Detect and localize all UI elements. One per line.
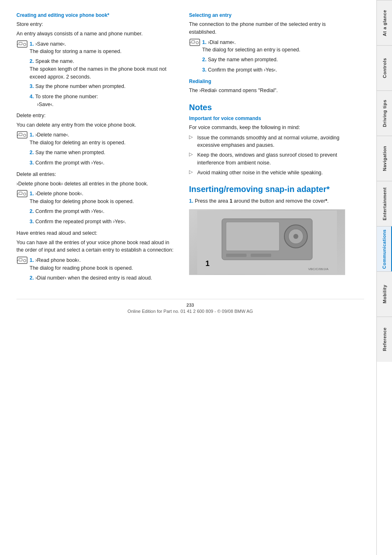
- store-entry-label: Store entry:: [16, 21, 177, 28]
- delete-all-step-1: 1. ›Delete phone book‹. The dialog for d…: [16, 190, 177, 206]
- read-step-2-content: 2. ›Dial number‹ when the desired entry …: [30, 274, 152, 282]
- sidebar-tab-mobility[interactable]: Mobility: [377, 271, 392, 317]
- delete-step-2: 2. Say the name when prompted.: [16, 149, 177, 157]
- svg-rect-9: [19, 192, 22, 194]
- delete-all-step-3-content: 3. Confirm the repeated prompt with ›Yes…: [30, 218, 126, 226]
- snap-in-image-content: 1 VBC/C/06/J/A: [189, 210, 345, 275]
- sidebar-tab-entertainment[interactable]: Entertainment: [377, 181, 392, 226]
- selecting-desc: The connection to the phone number of th…: [189, 21, 349, 36]
- delete-step-2-content: 2. Say the name when prompted.: [30, 149, 105, 157]
- store-step-1: 1. ›Save name‹. The dialog for storing a…: [16, 40, 177, 56]
- store-step-2: 2. Speak the name. The spoken length of …: [16, 58, 177, 81]
- page-number: 233: [16, 303, 364, 308]
- store-step-4-content: 4. To store the phone number: ›Save‹.: [30, 93, 98, 109]
- notes-title: Notes: [189, 103, 349, 112]
- delete-all-step-1-content: 1. ›Delete phone book‹. The dialog for d…: [30, 190, 134, 206]
- read-steps-list: 1. ›Read phone book‹. The dialog for rea…: [16, 257, 177, 282]
- spacer-s-3: [189, 66, 201, 74]
- snap-in-step-1: 1. Press the area 1 around the button an…: [189, 197, 349, 205]
- spacer-da-3: [16, 218, 28, 226]
- read-aloud-label: Have entries read aloud and select:: [16, 229, 177, 237]
- page-footer: 233 Online Edition for Part no. 01 41 2 …: [16, 299, 364, 314]
- idrive-icon-1: [16, 40, 28, 49]
- bullet-text-2: Keep the doors, windows and glass sunroo…: [197, 151, 349, 167]
- section-redialing: Redialing The ›Redial‹ command opens "Re…: [189, 79, 349, 95]
- delete-entry-label: Delete entry:: [16, 112, 177, 120]
- store-step-4: 4. To store the phone number: ›Save‹.: [16, 93, 177, 109]
- section-creating: Creating and editing voice phone book* S…: [16, 12, 177, 282]
- idrive-svg-del-1: [17, 131, 28, 139]
- select-step-3-content: 3. Confirm the prompt with ›Yes‹.: [202, 66, 277, 74]
- sidebar-tab-reference[interactable]: Reference: [377, 317, 392, 362]
- sidebar-tab-at-a-glance[interactable]: At a glance: [377, 0, 392, 45]
- delete-all-step-3: 3. Confirm the repeated prompt with ›Yes…: [16, 218, 177, 226]
- voice-commands-title: Important for voice commands: [189, 116, 349, 121]
- svg-point-18: [196, 42, 198, 44]
- sidebar-tab-driving-tips[interactable]: Driving tips: [377, 90, 392, 136]
- bullet-item-3: ▷ Avoid making other noise in the vehicl…: [189, 169, 349, 177]
- bullet-arrow-1: ▷: [189, 134, 196, 140]
- idrive-svg-r-1: [17, 257, 28, 265]
- sidebar-tab-controls[interactable]: Controls: [377, 45, 392, 90]
- snap-in-device-svg: 1 VBC/C/06/J/A: [197, 210, 337, 274]
- delete-step-3-content: 3. Confirm the prompt with ›Yes‹.: [30, 159, 104, 167]
- read-aloud-desc: You can have all the entries of your voi…: [16, 239, 177, 254]
- sidebar-tab-communications[interactable]: Communications: [377, 226, 392, 271]
- delete-step-1: 1. ›Delete name‹. The dialog for deletin…: [16, 131, 177, 147]
- delete-all-label: Delete all entries:: [16, 171, 177, 178]
- store-steps-list: 1. ›Save name‹. The dialog for storing a…: [16, 40, 177, 109]
- bullet-item-2: ▷ Keep the doors, windows and glass sunr…: [189, 151, 349, 167]
- two-columns: Creating and editing voice phone book* S…: [16, 12, 364, 287]
- idrive-svg-da-1: [17, 190, 28, 198]
- sidebar: At a glance Controls Driving tips Naviga…: [376, 0, 392, 555]
- creating-title: Creating and editing voice phone book*: [16, 12, 177, 18]
- main-content: Creating and editing voice phone book* S…: [0, 0, 376, 555]
- spacer-r-2: [16, 274, 28, 282]
- svg-text:VBC/C/06/J/A: VBC/C/06/J/A: [308, 267, 329, 271]
- bullet-item-1: ▷ Issue the commands smoothly and at nor…: [189, 134, 349, 150]
- spacer-s-2: [189, 56, 201, 64]
- svg-rect-27: [251, 254, 271, 257]
- store-step-2-content: 2. Speak the name. The spoken length of …: [30, 58, 177, 81]
- section-notes: Notes Important for voice commands For v…: [189, 103, 349, 177]
- idrive-icon-da-1: [16, 190, 28, 198]
- left-column: Creating and editing voice phone book* S…: [16, 12, 177, 287]
- spacer-4: [16, 93, 28, 101]
- section-selecting: Selecting an entry The connection to the…: [189, 12, 349, 74]
- selecting-title: Selecting an entry: [189, 12, 349, 18]
- svg-point-6: [23, 134, 26, 136]
- store-step-3-content: 3. Say the phone number when prompted.: [30, 83, 126, 90]
- spacer-2: [16, 58, 28, 66]
- select-step-3: 3. Confirm the prompt with ›Yes‹.: [189, 66, 349, 74]
- delete-step-1-content: 1. ›Delete name‹. The dialog for deletin…: [30, 131, 126, 147]
- svg-rect-13: [19, 259, 22, 261]
- idrive-svg-s-1: [189, 39, 200, 47]
- svg-rect-26: [226, 254, 247, 257]
- select-step-2: 2. Say the name when prompted.: [189, 56, 349, 64]
- svg-rect-17: [191, 41, 195, 43]
- svg-text:1: 1: [205, 259, 210, 268]
- spacer-da-2: [16, 208, 28, 216]
- store-step-1-content: 1. ›Save name‹. The dialog for storing a…: [30, 40, 122, 56]
- read-step-1: 1. ›Read phone book‹. The dialog for rea…: [16, 257, 177, 272]
- svg-rect-22: [226, 222, 279, 251]
- delete-step-3: 3. Confirm the prompt with ›Yes‹.: [16, 159, 177, 167]
- svg-point-25: [293, 234, 298, 239]
- delete-all-step-2: 2. Confirm the prompt with ›Yes‹.: [16, 208, 177, 216]
- voice-commands-intro: For voice commands, keep the following i…: [189, 124, 349, 132]
- redialing-title: Redialing: [189, 79, 349, 84]
- redialing-desc: The ›Redial‹ command opens "Redial".: [189, 87, 349, 95]
- idrive-icon-del-1: [16, 131, 28, 139]
- select-step-2-content: 2. Say the name when prompted.: [202, 56, 278, 64]
- section-snap-in: Inserting/removing snap-in adapter* 1. P…: [189, 185, 349, 275]
- right-column: Selecting an entry The connection to the…: [189, 12, 349, 287]
- svg-point-2: [23, 43, 26, 46]
- svg-point-10: [23, 193, 26, 195]
- svg-rect-5: [19, 133, 22, 136]
- voice-commands-list: ▷ Issue the commands smoothly and at nor…: [189, 134, 349, 177]
- select-step-1: 1. ›Dial name‹. The dialog for selecting…: [189, 39, 349, 54]
- delete-all-steps-list: 1. ›Delete phone book‹. The dialog for d…: [16, 190, 177, 226]
- sidebar-tab-navigation[interactable]: Navigation: [377, 136, 392, 181]
- select-steps-list: 1. ›Dial name‹. The dialog for selecting…: [189, 39, 349, 75]
- bullet-arrow-3: ▷: [189, 169, 196, 175]
